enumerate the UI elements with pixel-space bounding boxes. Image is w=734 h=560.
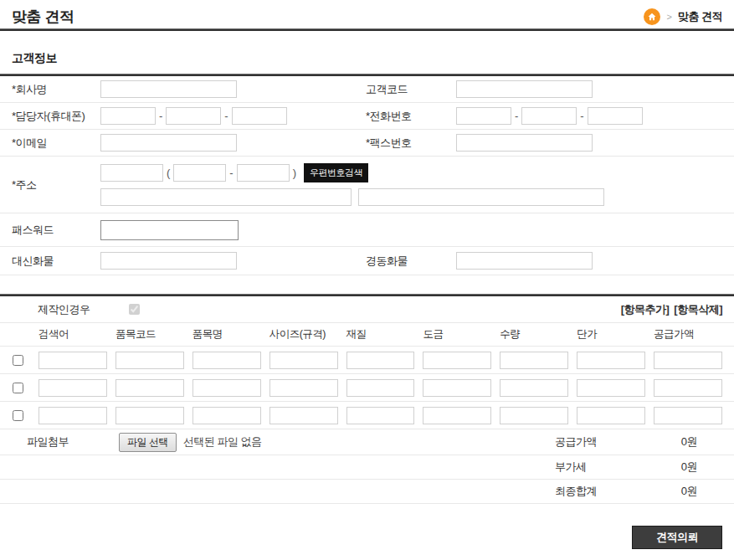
zip-dash: -	[229, 167, 233, 179]
breadcrumb: > 맞춤 견적	[644, 8, 722, 25]
item-keyword-input[interactable]	[38, 379, 107, 397]
phone-input-2[interactable]	[521, 107, 577, 125]
column-header-material: 재질	[346, 327, 415, 342]
form-row-company-code: *회사명 고객코드	[0, 76, 734, 103]
paren-close: )	[293, 167, 296, 179]
customer-code-label: 고객코드	[366, 82, 456, 97]
contact-mobile-input-2[interactable]	[166, 107, 221, 125]
column-header-item-code: 품목코드	[115, 327, 184, 342]
column-header-supply-price: 공급가액	[654, 327, 722, 342]
breadcrumb-current: 맞춤 견적	[678, 9, 722, 24]
phone-input-3[interactable]	[588, 107, 643, 125]
grand-total-value: 0원	[681, 484, 697, 499]
dash-separator: -	[224, 110, 228, 122]
address-main-input[interactable]	[100, 188, 352, 206]
zipcode-input-1[interactable]	[173, 164, 226, 182]
item-unit-price-input[interactable]	[577, 352, 645, 369]
phone-input-1[interactable]	[456, 107, 511, 125]
contact-mobile-input-1[interactable]	[100, 107, 156, 125]
items-rows	[0, 347, 734, 429]
item-item-name-input[interactable]	[192, 352, 261, 369]
item-quantity-input[interactable]	[500, 352, 568, 369]
daesin-cargo-label: 대신화물	[12, 254, 100, 269]
form-row-cargo: 대신화물 경동화물	[0, 247, 734, 275]
address-label: *주소	[12, 177, 100, 193]
item-row-checkbox[interactable]	[13, 355, 23, 366]
customer-form: *회사명 고객코드 *담당자(휴대폰) -- *전화번호 -- *이메일 *팩스…	[0, 76, 734, 275]
item-material-input[interactable]	[346, 379, 415, 397]
item-material-input[interactable]	[346, 407, 415, 424]
production-row: 제작인경우 [항목추가] [항목삭제]	[0, 296, 734, 323]
items-header-row: 검색어품목코드품목명사이즈(규격)재질도금수량단가공급가액	[0, 323, 734, 347]
fax-input[interactable]	[456, 134, 593, 152]
column-header-unit-price: 단가	[577, 327, 645, 342]
daesin-cargo-input[interactable]	[100, 252, 237, 270]
item-quantity-input[interactable]	[500, 379, 568, 397]
supply-total-label: 공급가액	[555, 434, 597, 450]
vat-value: 0원	[681, 460, 697, 475]
email-input[interactable]	[100, 134, 237, 152]
form-row-password: 패스워드	[0, 213, 734, 247]
file-status-text: 선택된 파일 없음	[183, 434, 262, 450]
custom-quote-page: 맞춤 견적 > 맞춤 견적 고객정보 *회사명 고객코드 *담당자(휴대폰) -…	[0, 0, 734, 560]
fax-label: *팩스번호	[366, 136, 456, 151]
page-header: 맞춤 견적 > 맞춤 견적	[0, 0, 734, 27]
dash-separator: -	[580, 110, 583, 122]
item-size-input[interactable]	[269, 407, 338, 424]
home-icon[interactable]	[644, 8, 660, 25]
file-attach-row: 파일첨부 파일 선택 선택된 파일 없음 공급가액 0원	[0, 429, 734, 455]
kyungdong-cargo-input[interactable]	[456, 252, 593, 270]
customer-code-input[interactable]	[456, 80, 593, 98]
item-item-name-input[interactable]	[192, 379, 261, 397]
item-keyword-input[interactable]	[38, 352, 107, 369]
quote-request-button[interactable]: 견적의뢰	[632, 526, 722, 549]
phone-label: *전화번호	[366, 109, 456, 124]
item-size-input[interactable]	[269, 379, 338, 397]
item-size-input[interactable]	[269, 352, 338, 369]
breadcrumb-separator: >	[666, 12, 671, 22]
file-select-button[interactable]: 파일 선택	[119, 433, 177, 452]
column-header-size: 사이즈(규격)	[269, 327, 338, 342]
item-row	[0, 402, 734, 429]
item-keyword-input[interactable]	[38, 407, 107, 424]
form-row-email-fax: *이메일 *팩스번호	[0, 130, 734, 157]
item-plating-input[interactable]	[423, 352, 491, 369]
item-row-checkbox[interactable]	[13, 383, 23, 393]
vat-label: 부가세	[555, 460, 587, 475]
item-supply-price-input[interactable]	[654, 407, 722, 424]
column-header-keyword: 검색어	[38, 327, 107, 342]
item-supply-price-input[interactable]	[654, 352, 722, 369]
supply-total-value: 0원	[681, 434, 697, 450]
zipcode-input-2[interactable]	[237, 164, 290, 182]
password-label: 패스워드	[12, 223, 100, 238]
email-label: *이메일	[12, 136, 100, 151]
form-row-address: *주소 ( - ) 우편번호검색	[0, 157, 734, 213]
item-material-input[interactable]	[346, 352, 415, 369]
paren-open: (	[167, 167, 170, 179]
item-row-checkbox[interactable]	[13, 410, 23, 421]
password-input[interactable]	[100, 220, 239, 240]
item-row	[0, 374, 734, 402]
item-unit-price-input[interactable]	[577, 407, 645, 424]
production-label: 제작인경우	[38, 302, 117, 317]
file-attach-label: 파일첨부	[27, 434, 119, 450]
contact-mobile-input-3[interactable]	[232, 107, 287, 125]
company-input[interactable]	[100, 80, 237, 98]
item-quantity-input[interactable]	[500, 407, 568, 424]
zipcode-search-button[interactable]: 우편번호검색	[304, 163, 368, 182]
item-plating-input[interactable]	[423, 407, 491, 424]
address-detail-input[interactable]	[358, 188, 604, 206]
item-item-code-input[interactable]	[115, 352, 184, 369]
dash-separator: -	[159, 110, 162, 122]
address-extra-input[interactable]	[100, 164, 163, 182]
item-unit-price-input[interactable]	[577, 379, 645, 397]
item-supply-price-input[interactable]	[654, 379, 722, 397]
title-divider	[0, 28, 734, 31]
item-item-name-input[interactable]	[192, 407, 261, 424]
item-item-code-input[interactable]	[115, 379, 184, 397]
item-item-code-input[interactable]	[115, 407, 184, 424]
add-item-link[interactable]: [항목추가]	[621, 302, 670, 317]
item-plating-input[interactable]	[423, 379, 491, 397]
production-checkbox[interactable]	[129, 304, 140, 315]
remove-item-link[interactable]: [항목삭제]	[674, 302, 722, 317]
